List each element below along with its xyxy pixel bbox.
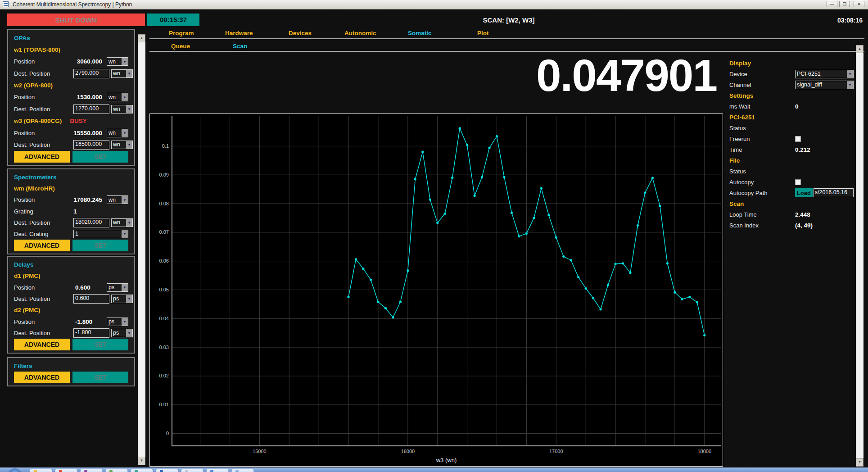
tab-somatic[interactable]: Somatic <box>408 30 432 36</box>
elapsed-timer: 00:15:37 <box>147 14 199 26</box>
w1-dest-unit-select[interactable]: wn▾ <box>111 69 133 78</box>
channel-select[interactable]: signal_diff▾ <box>795 81 854 89</box>
device-select[interactable]: PCI-6251▾ <box>795 70 854 78</box>
left-scrollbar[interactable] <box>138 34 145 465</box>
taskbar-item[interactable] <box>181 469 203 472</box>
w3-dest-input[interactable]: 16500.000 <box>73 140 109 150</box>
tab-devices[interactable]: Devices <box>289 30 312 36</box>
chevron-down-icon: ▾ <box>126 295 132 303</box>
w3-dest-unit-select[interactable]: wn▾ <box>111 141 133 149</box>
chevron-down-icon: ▾ <box>122 196 128 204</box>
chevron-down-icon: ▾ <box>126 219 132 227</box>
scroll-down-icon[interactable]: ▼ <box>856 458 863 467</box>
spectrometers-advanced-button[interactable]: ADVANCED <box>14 240 70 251</box>
w2-dest-unit-select[interactable]: wn▾ <box>111 105 133 113</box>
close-button[interactable]: ✕ <box>854 1 864 7</box>
svg-text:0.06: 0.06 <box>159 258 169 263</box>
taskbar-item[interactable] <box>131 469 153 472</box>
window-titlebar: Coherent Multidimensional Spectroscopy |… <box>0 0 868 9</box>
chevron-down-icon: ▾ <box>122 230 128 238</box>
chevron-down-icon: ▾ <box>122 58 128 65</box>
wm-dest-input[interactable]: 18020.000 <box>73 218 109 227</box>
dest-grating-label: Dest. Grating <box>14 231 73 237</box>
freerun-label: Freerun <box>729 136 795 142</box>
loop-time-value: 2.448 <box>795 211 810 218</box>
shutdown-button[interactable]: SHUT DOWN <box>7 14 145 26</box>
settings-header: Settings <box>729 92 753 99</box>
taskbar-item[interactable] <box>156 469 178 472</box>
w2-unit-select[interactable]: wn▾ <box>107 93 128 101</box>
window-title: Coherent Multidimensional Spectroscopy |… <box>13 1 132 8</box>
wm-unit-select[interactable]: wn▾ <box>107 195 128 204</box>
delays-advanced-button[interactable]: ADVANCED <box>14 339 70 350</box>
opas-advanced-button[interactable]: ADVANCED <box>14 151 70 163</box>
position-label: Position <box>14 196 73 203</box>
d1-name: d1 (PMC) <box>14 272 41 279</box>
restore-button[interactable]: ❐ <box>839 1 850 7</box>
wm-name: wm (MicroHR) <box>14 185 55 192</box>
w2-dest-input[interactable]: 1270.000 <box>73 104 109 114</box>
tab-scan[interactable]: Scan <box>233 43 247 50</box>
taskbar-item[interactable] <box>55 469 77 472</box>
freerun-checkbox[interactable] <box>795 136 801 142</box>
svg-text:0.07: 0.07 <box>159 229 169 235</box>
svg-text:0.03: 0.03 <box>159 345 169 350</box>
filters-header: Filters <box>14 363 32 369</box>
d1-dest-input[interactable]: 0.600 <box>73 294 109 304</box>
tab-program[interactable]: Program <box>169 30 194 36</box>
d2-unit-select[interactable]: ps▾ <box>107 318 128 326</box>
dest-position-label: Dest. Position <box>14 141 73 148</box>
opas-set-button[interactable]: SET <box>72 151 128 163</box>
autocopy-row: Autocopy <box>729 177 854 187</box>
d2-dest-unit-select[interactable]: ps▾ <box>111 329 133 337</box>
time-label: Time <box>729 146 795 153</box>
autocopy-checkbox[interactable] <box>795 179 801 185</box>
filters-set-button[interactable]: SET <box>72 372 128 383</box>
taskbar-item[interactable] <box>105 469 128 472</box>
dest-position-label: Dest. Position <box>14 219 73 226</box>
svg-text:w3 (wn): w3 (wn) <box>436 457 457 463</box>
taskbar-item[interactable] <box>30 469 52 472</box>
filters-advanced-button[interactable]: ADVANCED <box>14 372 70 383</box>
wm-dest-unit-select[interactable]: wn▾ <box>111 218 133 227</box>
scroll-up-icon[interactable]: ▲ <box>138 34 145 42</box>
filters-section: Filters ADVANCED SET <box>7 357 135 386</box>
right-scrollbar[interactable] <box>856 45 863 467</box>
grating-label: Grating <box>14 208 73 215</box>
autocopy-path-input[interactable]: s/2016.05.16 <box>814 188 854 197</box>
chevron-down-icon: ▾ <box>126 105 132 113</box>
d2-dest-input[interactable]: -1.800 <box>73 328 109 338</box>
scroll-down-icon[interactable]: ▼ <box>138 457 145 465</box>
dest-position-label: Dest. Position <box>14 295 73 302</box>
w1-dest-input[interactable]: 2790.000 <box>73 69 109 78</box>
d1-unit-select[interactable]: ps▾ <box>107 283 128 292</box>
taskbar-item[interactable] <box>206 469 229 472</box>
device-label: Device <box>729 71 795 77</box>
right-panel: Display Device PCI-6251▾ Channel signal_… <box>729 58 854 231</box>
minimize-button[interactable]: — <box>827 1 837 7</box>
load-button[interactable]: Load <box>795 188 813 197</box>
delays-set-button[interactable]: SET <box>72 339 128 350</box>
wm-dest-row: Dest. Position 18020.000 wn▾ <box>14 217 128 228</box>
spectrometers-set-button[interactable]: SET <box>72 240 128 251</box>
tab-autonomic[interactable]: Autonomic <box>344 30 376 36</box>
w3-unit-select[interactable]: wn▾ <box>107 129 128 137</box>
svg-text:0.1: 0.1 <box>162 143 169 149</box>
taskbar-item[interactable] <box>231 469 254 472</box>
tab-plot[interactable]: Plot <box>477 30 489 36</box>
dest-position-label: Dest. Position <box>14 70 73 77</box>
w1-unit-select[interactable]: wn▾ <box>107 57 128 66</box>
w3-position-row: Position 15550.000 wn▾ <box>14 127 128 139</box>
time-value: 0.212 <box>795 146 810 153</box>
svg-text:18000: 18000 <box>697 449 711 454</box>
wm-dest-grating-select[interactable]: 1▾ <box>73 230 128 238</box>
pci-header: PCI-6251 <box>729 114 755 121</box>
w2-name: w2 (OPA-800) <box>14 82 53 89</box>
autocopy-path-label: Autocopy Path <box>729 190 795 196</box>
tab-queue[interactable]: Queue <box>171 43 190 50</box>
scroll-up-icon[interactable]: ▲ <box>856 45 863 53</box>
d1-dest-unit-select[interactable]: ps▾ <box>111 295 133 303</box>
file-status-label: Status <box>729 168 854 175</box>
tab-hardware[interactable]: Hardware <box>225 30 253 36</box>
taskbar-item[interactable] <box>80 469 103 472</box>
